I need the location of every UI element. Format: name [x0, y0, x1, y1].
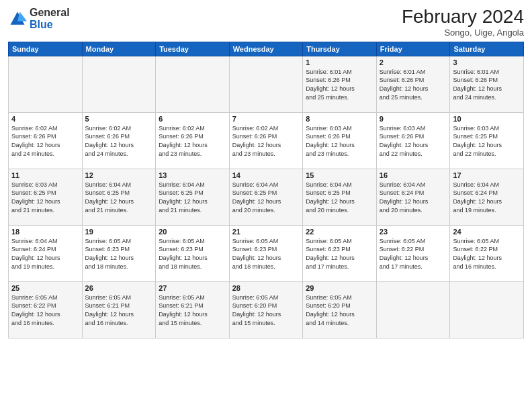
day-number: 9 [380, 115, 447, 123]
calendar-cell: 25Sunrise: 6:05 AMSunset: 6:22 PMDayligh… [9, 281, 83, 338]
day-info: Sunrise: 6:04 AMSunset: 6:25 PMDaylight:… [232, 181, 300, 214]
calendar-cell: 22Sunrise: 6:05 AMSunset: 6:23 PMDayligh… [303, 225, 377, 281]
logo-text: General Blue [30, 7, 70, 30]
day-info: Sunrise: 6:03 AMSunset: 6:25 PMDaylight:… [453, 124, 521, 158]
day-info: Sunrise: 6:03 AMSunset: 6:25 PMDaylight:… [11, 181, 79, 214]
calendar-body: 1Sunrise: 6:01 AMSunset: 6:26 PMDaylight… [9, 56, 524, 338]
day-number: 23 [380, 228, 447, 236]
month-year: February 2024 [402, 7, 524, 28]
calendar-week-row: 1Sunrise: 6:01 AMSunset: 6:26 PMDaylight… [9, 56, 524, 112]
day-info: Sunrise: 6:02 AMSunset: 6:26 PMDaylight:… [85, 124, 153, 158]
calendar-cell: 16Sunrise: 6:04 AMSunset: 6:24 PMDayligh… [376, 169, 450, 225]
day-number: 14 [232, 171, 300, 179]
day-info: Sunrise: 6:05 AMSunset: 6:21 PMDaylight:… [85, 293, 153, 327]
day-info: Sunrise: 6:05 AMSunset: 6:21 PMDaylight:… [159, 293, 226, 327]
location: Songo, Uige, Angola [402, 28, 524, 38]
day-info: Sunrise: 6:04 AMSunset: 6:25 PMDaylight:… [306, 181, 373, 214]
logo-blue-text: Blue [30, 19, 53, 30]
day-info: Sunrise: 6:03 AMSunset: 6:26 PMDaylight:… [380, 124, 447, 158]
day-number: 25 [11, 284, 79, 292]
day-info: Sunrise: 6:04 AMSunset: 6:24 PMDaylight:… [453, 181, 521, 214]
day-number: 20 [159, 228, 226, 236]
day-info: Sunrise: 6:04 AMSunset: 6:25 PMDaylight:… [85, 181, 153, 214]
calendar-cell: 26Sunrise: 6:05 AMSunset: 6:21 PMDayligh… [82, 281, 156, 338]
calendar-cell: 13Sunrise: 6:04 AMSunset: 6:25 PMDayligh… [156, 169, 230, 225]
day-number: 21 [232, 228, 300, 236]
day-number: 16 [380, 171, 447, 179]
day-info: Sunrise: 6:02 AMSunset: 6:26 PMDaylight:… [11, 124, 79, 158]
calendar-cell: 24Sunrise: 6:05 AMSunset: 6:22 PMDayligh… [450, 225, 524, 281]
calendar-cell: 15Sunrise: 6:04 AMSunset: 6:25 PMDayligh… [303, 169, 377, 225]
calendar-cell: 27Sunrise: 6:05 AMSunset: 6:21 PMDayligh… [156, 281, 230, 338]
calendar-cell: 2Sunrise: 6:01 AMSunset: 6:26 PMDaylight… [376, 56, 450, 112]
day-info: Sunrise: 6:04 AMSunset: 6:24 PMDaylight:… [11, 237, 79, 271]
day-number: 27 [159, 284, 226, 292]
day-number: 11 [11, 171, 79, 179]
day-info: Sunrise: 6:05 AMSunset: 6:23 PMDaylight:… [85, 237, 153, 271]
logo-general-text: General [30, 7, 70, 18]
day-of-week-header: Thursday [303, 42, 377, 56]
calendar-week-row: 4Sunrise: 6:02 AMSunset: 6:26 PMDaylight… [9, 112, 524, 169]
day-of-week-header: Sunday [9, 42, 83, 56]
day-number: 28 [232, 284, 300, 292]
day-number: 19 [85, 228, 153, 236]
calendar-cell: 29Sunrise: 6:05 AMSunset: 6:20 PMDayligh… [303, 281, 377, 338]
day-of-week-header: Tuesday [156, 42, 230, 56]
day-number: 5 [85, 115, 153, 123]
day-number: 1 [306, 58, 373, 66]
day-info: Sunrise: 6:05 AMSunset: 6:22 PMDaylight:… [380, 237, 447, 271]
page: General Blue February 2024 Songo, Uige, … [0, 0, 532, 411]
day-info: Sunrise: 6:05 AMSunset: 6:22 PMDaylight:… [11, 293, 79, 327]
calendar-cell: 17Sunrise: 6:04 AMSunset: 6:24 PMDayligh… [450, 169, 524, 225]
calendar-cell: 8Sunrise: 6:03 AMSunset: 6:26 PMDaylight… [303, 112, 377, 169]
day-info: Sunrise: 6:05 AMSunset: 6:23 PMDaylight:… [159, 237, 226, 271]
logo-icon [8, 9, 27, 28]
day-number: 2 [380, 58, 447, 66]
calendar-week-row: 11Sunrise: 6:03 AMSunset: 6:25 PMDayligh… [9, 169, 524, 225]
day-number: 8 [306, 115, 373, 123]
header: General Blue February 2024 Songo, Uige, … [8, 7, 524, 38]
day-info: Sunrise: 6:01 AMSunset: 6:26 PMDaylight:… [306, 68, 373, 101]
calendar-cell: 21Sunrise: 6:05 AMSunset: 6:23 PMDayligh… [229, 225, 303, 281]
day-of-week-header: Monday [82, 42, 156, 56]
logo: General Blue [8, 7, 70, 30]
calendar: SundayMondayTuesdayWednesdayThursdayFrid… [8, 42, 524, 338]
svg-marker-1 [17, 11, 27, 21]
day-number: 7 [232, 115, 300, 123]
day-number: 12 [85, 171, 153, 179]
day-number: 10 [453, 115, 521, 123]
calendar-cell: 14Sunrise: 6:04 AMSunset: 6:25 PMDayligh… [229, 169, 303, 225]
day-number: 6 [159, 115, 226, 123]
calendar-cell [450, 281, 524, 338]
day-number: 26 [85, 284, 153, 292]
calendar-cell: 9Sunrise: 6:03 AMSunset: 6:26 PMDaylight… [376, 112, 450, 169]
day-of-week-header: Saturday [450, 42, 524, 56]
calendar-cell [376, 281, 450, 338]
day-number: 22 [306, 228, 373, 236]
day-info: Sunrise: 6:05 AMSunset: 6:23 PMDaylight:… [232, 237, 300, 271]
day-info: Sunrise: 6:04 AMSunset: 6:24 PMDaylight:… [380, 181, 447, 214]
day-info: Sunrise: 6:02 AMSunset: 6:26 PMDaylight:… [159, 124, 226, 158]
calendar-cell: 28Sunrise: 6:05 AMSunset: 6:20 PMDayligh… [229, 281, 303, 338]
calendar-cell [229, 56, 303, 112]
day-info: Sunrise: 6:01 AMSunset: 6:26 PMDaylight:… [380, 68, 447, 101]
calendar-cell: 20Sunrise: 6:05 AMSunset: 6:23 PMDayligh… [156, 225, 230, 281]
day-of-week-header: Friday [376, 42, 450, 56]
day-info: Sunrise: 6:05 AMSunset: 6:20 PMDaylight:… [232, 293, 300, 327]
calendar-cell: 10Sunrise: 6:03 AMSunset: 6:25 PMDayligh… [450, 112, 524, 169]
calendar-cell: 11Sunrise: 6:03 AMSunset: 6:25 PMDayligh… [9, 169, 83, 225]
calendar-cell [9, 56, 83, 112]
day-info: Sunrise: 6:01 AMSunset: 6:26 PMDaylight:… [453, 68, 521, 101]
calendar-cell [156, 56, 230, 112]
day-info: Sunrise: 6:05 AMSunset: 6:22 PMDaylight:… [453, 237, 521, 271]
day-number: 15 [306, 171, 373, 179]
day-number: 13 [159, 171, 226, 179]
header-row: SundayMondayTuesdayWednesdayThursdayFrid… [9, 42, 524, 56]
calendar-cell: 12Sunrise: 6:04 AMSunset: 6:25 PMDayligh… [82, 169, 156, 225]
day-info: Sunrise: 6:05 AMSunset: 6:23 PMDaylight:… [306, 237, 373, 271]
day-number: 24 [453, 228, 521, 236]
calendar-cell: 23Sunrise: 6:05 AMSunset: 6:22 PMDayligh… [376, 225, 450, 281]
calendar-cell: 6Sunrise: 6:02 AMSunset: 6:26 PMDaylight… [156, 112, 230, 169]
calendar-cell: 4Sunrise: 6:02 AMSunset: 6:26 PMDaylight… [9, 112, 83, 169]
day-of-week-header: Wednesday [229, 42, 303, 56]
